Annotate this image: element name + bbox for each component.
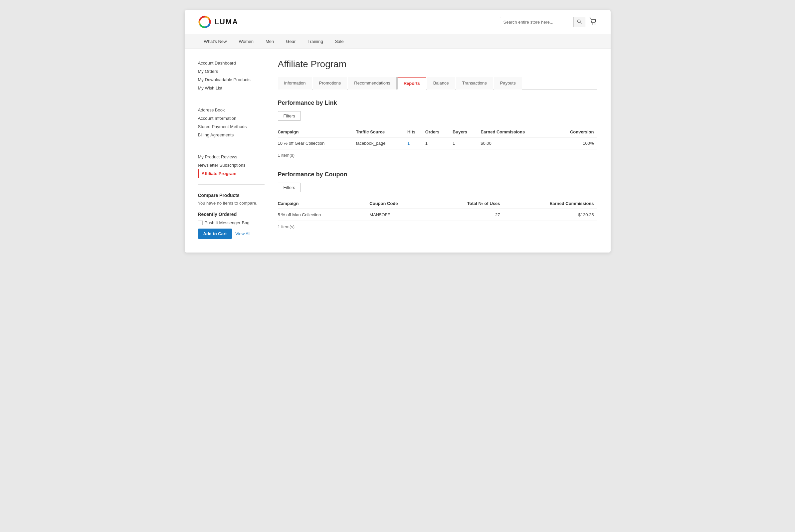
main-content: Affiliate Program Information Promotions…: [278, 59, 597, 243]
search-icon: [577, 19, 582, 24]
search-input[interactable]: [500, 18, 573, 26]
coupon-table-header-row: Campaign Coupon Code Total № of Uses Ear…: [278, 198, 597, 209]
cart-button[interactable]: [589, 18, 597, 26]
sidebar-item-account-info[interactable]: Account Information: [198, 114, 265, 122]
performance-coupon-table: Campaign Coupon Code Total № of Uses Ear…: [278, 198, 597, 221]
hits-link[interactable]: 1: [407, 141, 410, 146]
col-conversion: Conversion: [555, 127, 597, 137]
coupon-col-campaign: Campaign: [278, 198, 370, 209]
performance-coupon-title: Performance by Coupon: [278, 171, 597, 178]
recently-ordered-title: Recently Ordered: [198, 212, 265, 217]
cell-earned: $0.00: [480, 137, 555, 149]
cell-orders: 1: [425, 137, 453, 149]
col-campaign: Campaign: [278, 127, 356, 137]
view-all-link[interactable]: View All: [235, 231, 250, 236]
link-items-count: 1 item(s): [278, 153, 597, 158]
coupon-col-earned: Earned Commissions: [504, 198, 597, 209]
add-to-cart-button[interactable]: Add to Cart: [198, 229, 232, 239]
sidebar-section-2: Address Book Account Information Stored …: [198, 106, 265, 146]
svg-point-4: [594, 23, 595, 24]
logo-text: LUMA: [215, 18, 239, 26]
tab-recommendations[interactable]: Recommendations: [348, 77, 396, 90]
sidebar-item-downloadable-products[interactable]: My Downloadable Products: [198, 76, 265, 84]
search-button[interactable]: [573, 17, 585, 27]
sidebar-section-3: My Product Reviews Newsletter Subscripti…: [198, 153, 265, 185]
sidebar-item-address-book[interactable]: Address Book: [198, 106, 265, 114]
table-row: 10 % off Gear Collection facebook_page 1…: [278, 137, 597, 149]
performance-by-link-section: Performance by Link Filters Campaign Tra…: [278, 99, 597, 158]
coupon-cell-uses: 27: [432, 209, 504, 221]
cart-icon: [589, 18, 597, 25]
coupon-items-count: 1 item(s): [278, 224, 597, 229]
performance-link-title: Performance by Link: [278, 99, 597, 107]
sidebar-item-payment-methods[interactable]: Stored Payment Methods: [198, 122, 265, 131]
logo-area: LUMA: [198, 15, 239, 28]
recently-ordered-item: Push It Messenger Bag: [198, 220, 265, 225]
main-nav: What's New Women Men Gear Training Sale: [185, 34, 611, 49]
cell-hits: 1: [407, 137, 425, 149]
sidebar: Account Dashboard My Orders My Downloada…: [198, 59, 265, 239]
cell-buyers: 1: [453, 137, 480, 149]
sidebar-item-my-orders[interactable]: My Orders: [198, 67, 265, 76]
performance-link-table: Campaign Traffic Source Hits Orders Buye…: [278, 127, 597, 149]
link-filters-button[interactable]: Filters: [278, 111, 301, 121]
tab-balance[interactable]: Balance: [427, 77, 455, 90]
coupon-cell-earned: $130.25: [504, 209, 597, 221]
content-area: Account Dashboard My Orders My Downloada…: [185, 49, 611, 252]
compare-products-title: Compare Products: [198, 193, 265, 198]
nav-item-whats-new[interactable]: What's New: [198, 34, 233, 49]
tabs: Information Promotions Recommendations R…: [278, 77, 597, 90]
sidebar-item-product-reviews[interactable]: My Product Reviews: [198, 153, 265, 161]
sidebar-section-1: Account Dashboard My Orders My Downloada…: [198, 59, 265, 99]
luma-logo-icon: [198, 15, 211, 28]
sidebar-action-buttons: Add to Cart View All: [198, 229, 265, 239]
search-wrapper: [500, 17, 585, 27]
compare-products-widget: Compare Products You have no items to co…: [198, 193, 265, 206]
col-orders: Orders: [425, 127, 453, 137]
sidebar-item-billing-agreements[interactable]: Billing Agreements: [198, 131, 265, 139]
table-header-row: Campaign Traffic Source Hits Orders Buye…: [278, 127, 597, 137]
tab-payouts[interactable]: Payouts: [494, 77, 522, 90]
performance-by-coupon-section: Performance by Coupon Filters Campaign C…: [278, 171, 597, 229]
header-right: [500, 17, 597, 27]
cell-conversion: 100%: [555, 137, 597, 149]
nav-item-sale[interactable]: Sale: [329, 34, 350, 49]
page-title: Affiliate Program: [278, 59, 597, 70]
nav-item-women[interactable]: Women: [233, 34, 260, 49]
sidebar-item-affiliate-program[interactable]: Affiliate Program: [198, 169, 265, 178]
coupon-cell-code: MAN5OFF: [370, 209, 432, 221]
svg-point-3: [592, 23, 593, 24]
nav-item-gear[interactable]: Gear: [280, 34, 302, 49]
nav-item-training[interactable]: Training: [302, 34, 329, 49]
page-wrapper: LUMA What's New: [185, 10, 611, 252]
header: LUMA: [185, 10, 611, 34]
compare-products-text: You have no items to compare.: [198, 201, 265, 206]
nav-item-men[interactable]: Men: [260, 34, 280, 49]
coupon-table-row: 5 % off Man Collection MAN5OFF 27 $130.2…: [278, 209, 597, 221]
recently-ordered-widget: Recently Ordered Push It Messenger Bag A…: [198, 212, 265, 239]
sidebar-item-account-dashboard[interactable]: Account Dashboard: [198, 59, 265, 67]
tab-promotions[interactable]: Promotions: [313, 77, 347, 90]
coupon-cell-campaign: 5 % off Man Collection: [278, 209, 370, 221]
svg-line-2: [580, 22, 581, 24]
recently-item-label: Push It Messenger Bag: [205, 220, 250, 225]
cell-campaign: 10 % off Gear Collection: [278, 137, 356, 149]
tab-transactions[interactable]: Transactions: [456, 77, 493, 90]
col-earned-commissions: Earned Commissions: [480, 127, 555, 137]
col-traffic-source: Traffic Source: [356, 127, 407, 137]
tab-information[interactable]: Information: [278, 77, 312, 90]
item-checkbox[interactable]: [198, 221, 203, 225]
col-buyers: Buyers: [453, 127, 480, 137]
cell-traffic-source: facebook_page: [356, 137, 407, 149]
sidebar-item-newsletter[interactable]: Newsletter Subscriptions: [198, 161, 265, 169]
coupon-col-code: Coupon Code: [370, 198, 432, 209]
col-hits: Hits: [407, 127, 425, 137]
coupon-filters-button[interactable]: Filters: [278, 183, 301, 192]
sidebar-item-wish-list[interactable]: My Wish List: [198, 84, 265, 92]
tab-reports[interactable]: Reports: [397, 77, 426, 90]
coupon-col-uses: Total № of Uses: [432, 198, 504, 209]
